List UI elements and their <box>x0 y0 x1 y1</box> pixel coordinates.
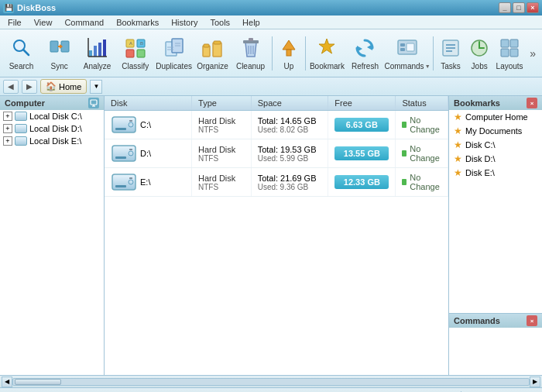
refresh-icon <box>352 36 377 60</box>
bookmark-label-1: My Documents <box>465 126 522 136</box>
svg-rect-48 <box>501 40 509 47</box>
menu-file[interactable]: File <box>3 17 26 28</box>
commands-close-icon[interactable]: × <box>530 318 534 325</box>
svg-line-1 <box>23 50 29 55</box>
scroll-left-button[interactable]: ◀ <box>2 377 12 387</box>
bookmark-my-documents[interactable]: ★ My Documents <box>449 124 542 138</box>
svg-rect-64 <box>115 185 126 187</box>
menu-help[interactable]: Help <box>238 17 265 28</box>
disk-status-e: No Change <box>402 173 441 191</box>
bookmark-icon <box>314 36 339 60</box>
menu-history[interactable]: History <box>166 17 202 28</box>
address-dropdown[interactable]: ▼ <box>90 80 102 94</box>
scroll-right-button[interactable]: ▶ <box>530 377 540 387</box>
table-row[interactable]: D:\ Hard Disk NTFS Total: 19.53 GB Used:… <box>105 139 448 168</box>
drive-icon-c <box>111 114 137 136</box>
toolbar-sep-2 <box>305 36 306 70</box>
scroll-thumb[interactable] <box>15 379 61 385</box>
forward-button[interactable]: ▶ <box>22 80 37 94</box>
svg-rect-30 <box>249 38 253 41</box>
tasks-label: Tasks <box>441 62 461 70</box>
bookmark-disk-e[interactable]: ★ Disk E:\ <box>449 166 542 180</box>
horizontal-scrollbar: ◀ ▶ <box>0 375 542 387</box>
close-button[interactable]: × <box>527 2 539 13</box>
table-row[interactable]: C:\ Hard Disk NTFS Total: 14.65 GB Used:… <box>105 111 448 139</box>
analyze-label: Analyze <box>84 62 111 70</box>
expand-c[interactable]: + <box>3 112 12 121</box>
col-free[interactable]: Free <box>328 96 396 111</box>
jobs-icon <box>467 36 492 60</box>
svg-rect-40 <box>400 43 405 46</box>
col-status[interactable]: Status <box>396 96 448 111</box>
analyze-icon <box>85 36 110 60</box>
duplicates-button[interactable]: Duplicates <box>155 33 193 74</box>
status-bar: Total Space 55.88 GB, Free Space 32.51 G… <box>0 387 542 392</box>
svg-rect-49 <box>510 40 518 47</box>
commands-section: Commands × <box>449 313 542 375</box>
svg-rect-52 <box>91 100 97 105</box>
bookmarks-close-icon[interactable]: × <box>530 100 534 107</box>
search-button[interactable]: Search <box>3 33 39 74</box>
cleanup-button[interactable]: Cleanup <box>232 33 269 74</box>
refresh-button[interactable]: Refresh <box>347 33 383 74</box>
analyze-button[interactable]: Analyze <box>79 33 115 74</box>
expand-d[interactable]: + <box>3 124 12 133</box>
more-button[interactable]: » <box>527 33 539 74</box>
bookmark-button[interactable]: Bookmark <box>309 33 345 74</box>
svg-point-2 <box>15 42 23 50</box>
drive-icon-e <box>111 171 137 193</box>
tree-item-c[interactable]: + Local Disk C:\ <box>0 110 104 122</box>
scroll-track[interactable] <box>12 378 530 386</box>
maximize-button[interactable]: □ <box>513 2 525 13</box>
disk-status-c: No Change <box>402 115 441 134</box>
organize-label: Organize <box>197 62 228 70</box>
toolbar-sep-3 <box>433 36 434 70</box>
bookmark-computer-home[interactable]: ★ Computer Home <box>449 110 542 124</box>
svg-rect-14 <box>126 50 134 57</box>
toolbar-sep-1 <box>272 36 273 70</box>
disk-space-used-d: Used: 5.99 GB <box>258 154 322 163</box>
home-button[interactable]: 🏠 Home <box>40 79 87 94</box>
svg-rect-6 <box>89 50 92 57</box>
star-icon-2: ★ <box>454 139 462 150</box>
disk-icon-d <box>15 124 27 133</box>
address-bar: ◀ ▶ 🏠 Home ▼ <box>0 77 542 96</box>
disk-cell-d: D:\ <box>111 143 185 164</box>
col-space[interactable]: Space <box>251 96 328 111</box>
menu-tools[interactable]: Tools <box>205 17 235 28</box>
back-button[interactable]: ◀ <box>3 80 19 94</box>
svg-rect-9 <box>103 40 106 57</box>
jobs-button[interactable]: Jobs <box>466 33 492 74</box>
svg-rect-27 <box>214 41 221 44</box>
bookmark-label-4: Disk E:\ <box>465 168 495 177</box>
layouts-button[interactable]: Layouts <box>494 33 525 74</box>
bookmark-disk-c[interactable]: ★ Disk C:\ <box>449 138 542 152</box>
disk-type-e-main: Hard Disk <box>198 174 245 183</box>
menu-command[interactable]: Command <box>60 17 108 28</box>
menu-bookmarks[interactable]: Bookmarks <box>111 17 163 28</box>
table-row[interactable]: E:\ Hard Disk NTFS Total: 21.69 GB Used:… <box>105 168 448 197</box>
minimize-button[interactable]: _ <box>499 2 511 13</box>
title-bar: 💾 DiskBoss _ □ × <box>0 0 542 15</box>
menu-view[interactable]: View <box>29 17 57 28</box>
commands-button[interactable]: Commands ▼ <box>385 33 430 74</box>
status-dot-e <box>402 179 406 185</box>
svg-rect-7 <box>94 46 97 57</box>
organize-button[interactable]: Organize <box>194 33 231 74</box>
bookmarks-header: Bookmarks × <box>449 96 542 110</box>
sync-button[interactable]: Sync <box>41 33 77 74</box>
organize-icon <box>200 36 225 60</box>
tree-item-e[interactable]: + Local Disk E:\ <box>0 135 104 147</box>
disk-type-d-fs: NTFS <box>198 154 245 163</box>
tasks-button[interactable]: Tasks <box>437 33 465 74</box>
disk-icon-e <box>15 136 27 146</box>
up-button[interactable]: Up <box>276 33 302 74</box>
tree-item-d[interactable]: + Local Disk D:\ <box>0 122 104 135</box>
classify-button[interactable]: A B Classify <box>117 33 153 74</box>
bookmark-disk-d[interactable]: ★ Disk D:\ <box>449 152 542 166</box>
main-content: Computer + Local Disk C:\ + Local Disk D… <box>0 96 542 375</box>
col-disk[interactable]: Disk <box>105 96 192 111</box>
col-type[interactable]: Type <box>192 96 252 111</box>
expand-e[interactable]: + <box>3 136 12 146</box>
window-controls[interactable]: _ □ × <box>499 2 539 13</box>
